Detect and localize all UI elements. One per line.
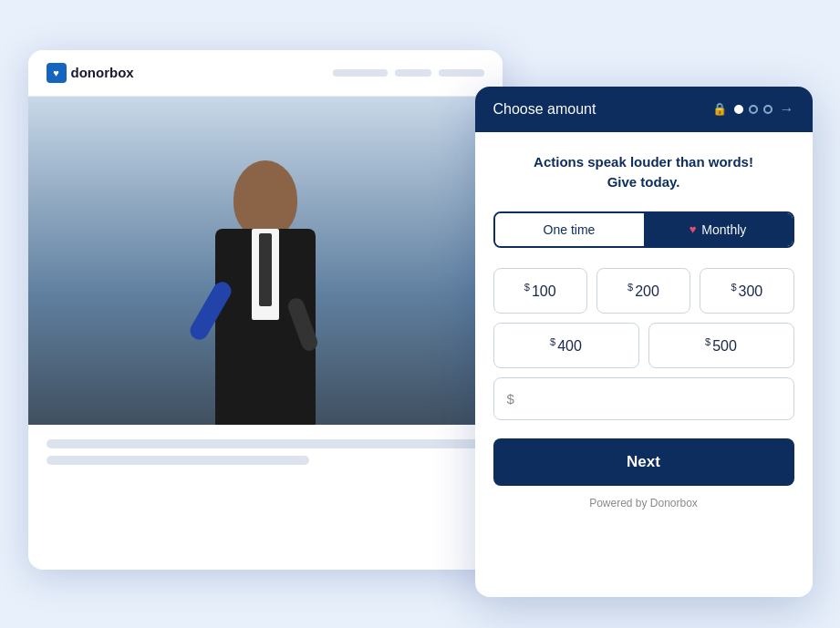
logo-text: donorbox [71, 65, 134, 80]
donation-card: Choose amount 🔒 → Actions speak louder t… [475, 87, 813, 597]
lock-icon: 🔒 [712, 102, 727, 116]
mockup-header: ♥ donorbox [28, 50, 503, 97]
amount-btn-200[interactable]: $200 [596, 268, 690, 314]
amount-value-4: 400 [557, 338, 582, 354]
amount-btn-400[interactable]: $400 [493, 323, 639, 368]
nav-lines [333, 69, 484, 77]
footer-line-1 [47, 439, 484, 448]
monthly-label: Monthly [701, 222, 746, 237]
amount-grid-row2: $400 $500 [493, 323, 794, 368]
tagline-line1: Actions speak louder than words! [534, 154, 753, 170]
donation-body: Actions speak louder than words! Give to… [475, 132, 813, 530]
custom-amount-input[interactable] [518, 391, 781, 407]
powered-by: Powered by Donorbox [493, 497, 794, 510]
footer-line-2 [47, 456, 309, 465]
hero-image [28, 97, 503, 425]
nav-line-3 [439, 69, 484, 77]
logo-icon: ♥ [47, 63, 67, 83]
amount-btn-300[interactable]: $300 [700, 268, 793, 314]
dot-1 [734, 105, 743, 114]
amount-grid-row1: $100 $200 $300 [493, 268, 794, 314]
custom-dollar-sign: $ [507, 391, 514, 407]
amount-btn-100[interactable]: $100 [493, 268, 587, 314]
header-icons: 🔒 → [712, 101, 794, 118]
donation-header: Choose amount 🔒 → [475, 87, 813, 132]
nav-line-1 [333, 69, 388, 77]
dollar-sign-3: $ [731, 282, 736, 293]
person-background [28, 97, 503, 425]
person-head [233, 160, 297, 238]
custom-amount-container: $ [493, 377, 794, 420]
amount-btn-500[interactable]: $500 [648, 323, 794, 368]
nav-line-2 [395, 69, 431, 77]
dollar-sign-4: $ [550, 336, 555, 347]
website-mockup-card: ♥ donorbox [28, 50, 503, 570]
donorbox-logo: ♥ donorbox [47, 63, 134, 83]
next-button[interactable]: Next [493, 438, 794, 486]
amount-value-5: 500 [712, 338, 737, 354]
amount-value-1: 100 [532, 283, 556, 299]
tagline: Actions speak louder than words! Give to… [493, 152, 794, 193]
one-time-label: One time [544, 222, 596, 237]
step-dots [734, 105, 773, 114]
tab-monthly[interactable]: ♥ Monthly [644, 213, 793, 246]
dollar-sign-2: $ [627, 282, 633, 293]
dot-3 [763, 105, 773, 114]
header-title: Choose amount [493, 101, 703, 118]
logo-heart-icon: ♥ [53, 67, 59, 78]
scene: ♥ donorbox [28, 32, 813, 597]
dollar-sign-5: $ [705, 336, 710, 347]
tagline-line2: Give today. [607, 174, 680, 190]
tab-one-time[interactable]: One time [495, 213, 644, 246]
dot-2 [749, 105, 758, 114]
heart-icon: ♥ [690, 222, 697, 236]
person-silhouette [174, 133, 357, 425]
dollar-sign-1: $ [524, 282, 530, 293]
mockup-footer [28, 425, 503, 487]
person-tie [259, 233, 272, 306]
arrow-right-icon: → [780, 101, 794, 118]
amount-value-2: 200 [635, 283, 659, 299]
amount-value-3: 300 [739, 283, 763, 299]
frequency-tabs: One time ♥ Monthly [493, 211, 794, 248]
